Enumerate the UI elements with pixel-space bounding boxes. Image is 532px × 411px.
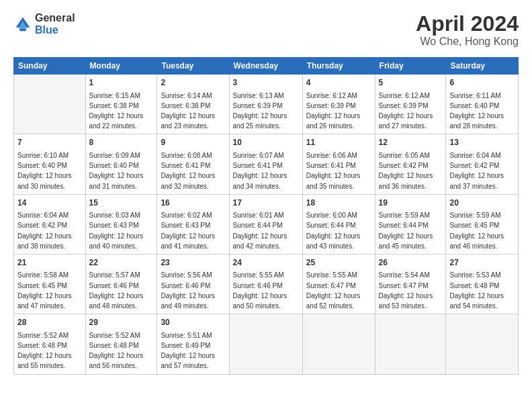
calendar-day-3: 3Sunrise: 6:13 AM Sunset: 6:39 PM Daylig… <box>229 75 302 134</box>
calendar-day-17: 17Sunrise: 6:01 AM Sunset: 6:44 PM Dayli… <box>229 194 302 254</box>
day-info: Sunrise: 6:07 AM Sunset: 6:41 PM Dayligh… <box>233 152 287 190</box>
calendar-day-29: 29Sunrise: 5:52 AM Sunset: 6:48 PM Dayli… <box>85 314 157 374</box>
day-info: Sunrise: 6:04 AM Sunset: 6:42 PM Dayligh… <box>17 212 72 250</box>
calendar-day-14: 14Sunrise: 6:04 AM Sunset: 6:42 PM Dayli… <box>14 194 86 254</box>
calendar-day-21: 21Sunrise: 5:58 AM Sunset: 6:45 PM Dayli… <box>14 254 86 314</box>
day-number: 5 <box>379 77 443 89</box>
calendar-day-1: 1Sunrise: 6:15 AM Sunset: 6:38 PM Daylig… <box>85 75 157 134</box>
svg-rect-2 <box>19 28 26 31</box>
day-info: Sunrise: 6:12 AM Sunset: 6:39 PM Dayligh… <box>306 92 361 130</box>
day-info: Sunrise: 6:09 AM Sunset: 6:40 PM Dayligh… <box>89 152 144 190</box>
calendar-day-30: 30Sunrise: 5:51 AM Sunset: 6:49 PM Dayli… <box>157 314 229 374</box>
calendar-day-13: 13Sunrise: 6:04 AM Sunset: 6:42 PM Dayli… <box>446 134 519 194</box>
day-info: Sunrise: 5:59 AM Sunset: 6:44 PM Dayligh… <box>379 212 433 250</box>
calendar-day-9: 9Sunrise: 6:08 AM Sunset: 6:41 PM Daylig… <box>157 134 229 194</box>
day-number: 26 <box>379 257 443 269</box>
logo: General Blue <box>13 12 75 36</box>
calendar-week-3: 14Sunrise: 6:04 AM Sunset: 6:42 PM Dayli… <box>14 194 519 254</box>
title-block: April 2024 Wo Che, Hong Kong <box>416 12 519 48</box>
day-info: Sunrise: 5:52 AM Sunset: 6:48 PM Dayligh… <box>17 332 72 370</box>
day-info: Sunrise: 6:02 AM Sunset: 6:43 PM Dayligh… <box>161 212 215 250</box>
day-number: 3 <box>233 77 299 89</box>
header: General Blue April 2024 Wo Che, Hong Kon… <box>13 12 519 48</box>
day-info: Sunrise: 5:51 AM Sunset: 6:49 PM Dayligh… <box>161 332 215 370</box>
day-number: 9 <box>161 137 225 148</box>
calendar-day-18: 18Sunrise: 6:00 AM Sunset: 6:44 PM Dayli… <box>302 194 375 254</box>
logo-general: General <box>35 12 75 24</box>
calendar-day-26: 26Sunrise: 5:54 AM Sunset: 6:47 PM Dayli… <box>375 254 446 314</box>
day-info: Sunrise: 6:10 AM Sunset: 6:40 PM Dayligh… <box>17 152 72 190</box>
weekday-header-tuesday: Tuesday <box>157 58 229 75</box>
weekday-header-thursday: Thursday <box>302 58 375 75</box>
day-info: Sunrise: 6:05 AM Sunset: 6:42 PM Dayligh… <box>379 152 433 190</box>
day-info: Sunrise: 6:14 AM Sunset: 6:38 PM Dayligh… <box>161 92 215 130</box>
calendar-day-empty <box>302 314 375 374</box>
day-number: 23 <box>161 257 225 269</box>
day-number: 15 <box>89 197 154 209</box>
logo-text: General Blue <box>35 12 75 36</box>
day-number: 30 <box>161 317 225 328</box>
day-number: 10 <box>233 137 299 148</box>
day-info: Sunrise: 5:52 AM Sunset: 6:48 PM Dayligh… <box>89 332 144 370</box>
day-info: Sunrise: 5:53 AM Sunset: 6:48 PM Dayligh… <box>449 271 504 310</box>
day-info: Sunrise: 6:08 AM Sunset: 6:41 PM Dayligh… <box>161 152 215 190</box>
day-number: 11 <box>306 137 371 148</box>
calendar-day-empty <box>375 314 446 374</box>
logo-icon <box>13 15 32 34</box>
day-number: 22 <box>89 257 154 269</box>
day-number: 17 <box>233 197 299 209</box>
day-number: 1 <box>89 77 154 89</box>
calendar-week-2: 7Sunrise: 6:10 AM Sunset: 6:40 PM Daylig… <box>14 134 519 194</box>
day-number: 18 <box>306 197 371 209</box>
calendar-day-12: 12Sunrise: 6:05 AM Sunset: 6:42 PM Dayli… <box>375 134 446 194</box>
calendar-day-23: 23Sunrise: 5:56 AM Sunset: 6:46 PM Dayli… <box>157 254 229 314</box>
weekday-header-sunday: Sunday <box>14 58 86 75</box>
day-number: 13 <box>449 137 515 148</box>
weekday-header-wednesday: Wednesday <box>229 58 302 75</box>
calendar-day-4: 4Sunrise: 6:12 AM Sunset: 6:39 PM Daylig… <box>302 75 375 134</box>
calendar-day-20: 20Sunrise: 5:59 AM Sunset: 6:45 PM Dayli… <box>446 194 519 254</box>
weekday-header-row: SundayMondayTuesdayWednesdayThursdayFrid… <box>14 58 519 75</box>
day-info: Sunrise: 6:13 AM Sunset: 6:39 PM Dayligh… <box>233 92 287 130</box>
day-info: Sunrise: 5:57 AM Sunset: 6:46 PM Dayligh… <box>89 271 144 310</box>
day-info: Sunrise: 6:11 AM Sunset: 6:40 PM Dayligh… <box>449 92 504 130</box>
calendar-day-27: 27Sunrise: 5:53 AM Sunset: 6:48 PM Dayli… <box>446 254 519 314</box>
day-number: 16 <box>161 197 225 209</box>
day-number: 12 <box>379 137 443 148</box>
calendar-day-empty <box>14 75 86 134</box>
day-info: Sunrise: 6:03 AM Sunset: 6:43 PM Dayligh… <box>89 212 144 250</box>
day-info: Sunrise: 6:12 AM Sunset: 6:39 PM Dayligh… <box>379 92 433 130</box>
calendar-day-11: 11Sunrise: 6:06 AM Sunset: 6:41 PM Dayli… <box>302 134 375 194</box>
calendar-day-19: 19Sunrise: 5:59 AM Sunset: 6:44 PM Dayli… <box>375 194 446 254</box>
page: General Blue April 2024 Wo Che, Hong Kon… <box>0 0 532 411</box>
calendar-day-6: 6Sunrise: 6:11 AM Sunset: 6:40 PM Daylig… <box>446 75 519 134</box>
day-number: 20 <box>449 197 515 209</box>
calendar-day-28: 28Sunrise: 5:52 AM Sunset: 6:48 PM Dayli… <box>14 314 86 374</box>
weekday-header-saturday: Saturday <box>446 58 519 75</box>
day-info: Sunrise: 5:54 AM Sunset: 6:47 PM Dayligh… <box>379 271 433 310</box>
day-info: Sunrise: 5:58 AM Sunset: 6:45 PM Dayligh… <box>17 271 72 310</box>
day-info: Sunrise: 6:04 AM Sunset: 6:42 PM Dayligh… <box>449 152 504 190</box>
weekday-header-monday: Monday <box>85 58 157 75</box>
calendar-day-empty <box>229 314 302 374</box>
calendar-day-25: 25Sunrise: 5:55 AM Sunset: 6:47 PM Dayli… <box>302 254 375 314</box>
calendar-day-15: 15Sunrise: 6:03 AM Sunset: 6:43 PM Dayli… <box>85 194 157 254</box>
calendar-day-10: 10Sunrise: 6:07 AM Sunset: 6:41 PM Dayli… <box>229 134 302 194</box>
calendar-day-24: 24Sunrise: 5:55 AM Sunset: 6:46 PM Dayli… <box>229 254 302 314</box>
calendar-week-4: 21Sunrise: 5:58 AM Sunset: 6:45 PM Dayli… <box>14 254 519 314</box>
day-info: Sunrise: 6:06 AM Sunset: 6:41 PM Dayligh… <box>306 152 361 190</box>
day-number: 25 <box>306 257 371 269</box>
calendar-table: SundayMondayTuesdayWednesdayThursdayFrid… <box>13 57 519 374</box>
day-info: Sunrise: 6:01 AM Sunset: 6:44 PM Dayligh… <box>233 212 287 250</box>
day-info: Sunrise: 5:59 AM Sunset: 6:45 PM Dayligh… <box>449 212 504 250</box>
day-info: Sunrise: 5:55 AM Sunset: 6:47 PM Dayligh… <box>306 271 361 310</box>
day-number: 7 <box>17 137 82 148</box>
day-number: 24 <box>233 257 299 269</box>
day-number: 19 <box>379 197 443 209</box>
title-location: Wo Che, Hong Kong <box>416 36 519 48</box>
calendar-day-5: 5Sunrise: 6:12 AM Sunset: 6:39 PM Daylig… <box>375 75 446 134</box>
day-number: 27 <box>449 257 515 269</box>
calendar-day-7: 7Sunrise: 6:10 AM Sunset: 6:40 PM Daylig… <box>14 134 86 194</box>
day-number: 29 <box>89 317 154 328</box>
day-number: 21 <box>17 257 82 269</box>
